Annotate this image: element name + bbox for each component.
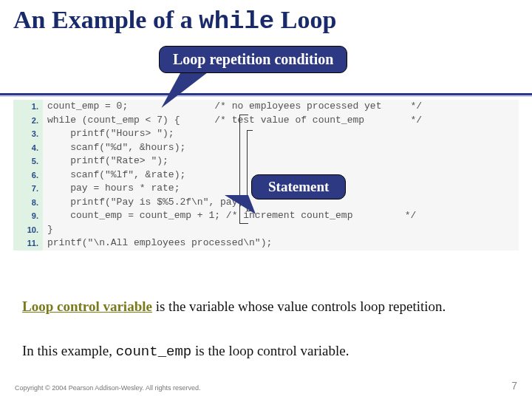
code-row: 4. scanf("%d", &hours); (13, 141, 519, 155)
line-number: 1. (13, 100, 43, 114)
paragraph-2-mono: count_emp (116, 344, 192, 360)
line-number: 6. (13, 168, 43, 183)
code-text: scanf("%d", &hours); (43, 141, 519, 155)
code-row: 9. count_emp = count_emp + 1; /* increme… (13, 209, 519, 223)
code-row: 11.printf("\n.All employees processed\n"… (13, 236, 519, 250)
code-row: 5. printf("Rate> "); (13, 154, 519, 168)
paragraph-2-post: is the loop control variable. (191, 343, 349, 358)
copyright-text: Copyright © 2004 Pearson Addison-Wesley.… (15, 384, 200, 392)
code-text: printf("Rate> "); (43, 154, 519, 168)
line-number: 10. (13, 223, 43, 237)
slide: An Example of a while Loop Loop repetiti… (0, 0, 532, 399)
line-number: 8. (13, 196, 43, 210)
code-text: count_emp = count_emp + 1; /* increment … (43, 209, 519, 223)
line-number: 7. (13, 182, 43, 196)
line-number: 11. (13, 236, 43, 250)
title-mono: while (199, 7, 274, 35)
callout-repetition-condition: Loop repetition condition (159, 46, 347, 73)
page-number: 7 (511, 380, 517, 392)
paragraph-2-pre: In this example, (22, 343, 116, 358)
paragraph-1: Loop control variable is the variable wh… (22, 298, 510, 316)
callout-statement-label: Statement (268, 179, 329, 194)
code-text: while (count_emp < 7) { /* test value of… (43, 114, 519, 128)
loop-control-variable-term: Loop control variable (22, 299, 152, 314)
line-number: 5. (13, 154, 43, 168)
code-text: } (43, 223, 519, 237)
code-row: 3. printf("Hours> "); (13, 127, 519, 141)
callout-repetition-label: Loop repetition condition (173, 51, 333, 67)
title-post: Loop (274, 6, 336, 33)
callout-statement: Statement (251, 174, 346, 200)
slide-title: An Example of a while Loop (13, 6, 336, 35)
code-text: printf("Hours> "); (43, 127, 519, 141)
title-pre: An Example of a (13, 6, 199, 33)
code-text: count_emp = 0; /* no employees processed… (43, 100, 519, 114)
line-number: 9. (13, 209, 43, 223)
line-number: 2. (13, 114, 43, 128)
code-row: 2.while (count_emp < 7) { /* test value … (13, 114, 519, 128)
code-text: printf("\n.All employees processed\n"); (43, 236, 519, 250)
line-number: 3. (13, 127, 43, 141)
paragraph-2: In this example, count_emp is the loop c… (22, 342, 510, 361)
code-row: 1.count_emp = 0; /* no employees process… (13, 100, 519, 114)
line-number: 4. (13, 141, 43, 155)
title-rule-shadow (0, 95, 532, 97)
code-row: 10.} (13, 223, 519, 237)
paragraph-1-rest: is the variable whose value controls loo… (152, 299, 446, 314)
